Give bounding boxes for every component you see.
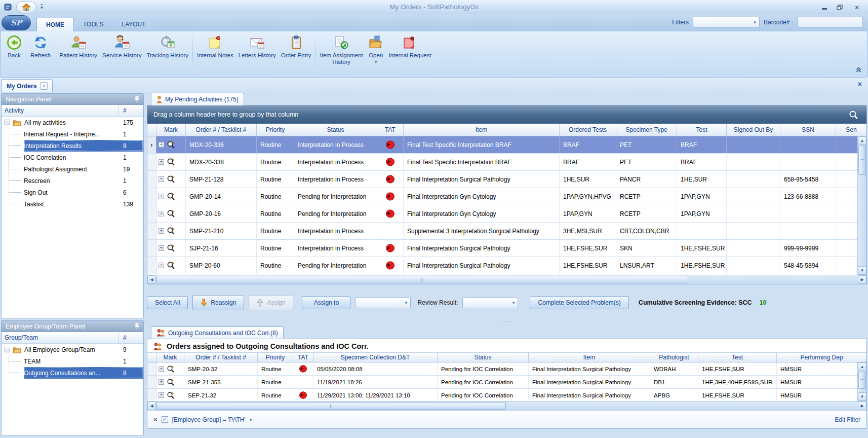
quick-access-customize-caret[interactable]: ▾ — [41, 4, 43, 10]
col-signed-out-by[interactable]: Signed Out By — [727, 124, 780, 136]
open-dropdown-caret[interactable]: ▾ — [375, 59, 377, 65]
col-mark[interactable]: Mark — [156, 353, 184, 362]
col-pathologist[interactable]: Pathologist — [650, 353, 698, 362]
review-result-combobox[interactable]: ▾ — [462, 298, 518, 308]
filters-combobox[interactable]: ▾ — [693, 17, 760, 27]
tree-item-rescreen[interactable]: Rescreen 1 — [24, 175, 143, 187]
ribbon-collapse-chevron-icon[interactable] — [855, 66, 862, 73]
col-item[interactable]: Item — [404, 124, 560, 136]
collapse-icon[interactable]: − — [5, 347, 10, 352]
tree-item-tasklist[interactable]: Tasklist 139 — [24, 198, 143, 210]
expand-icon[interactable]: + — [159, 211, 164, 216]
tab-row-close-icon[interactable]: × — [858, 80, 862, 88]
col-specimen-collection[interactable]: Specimen Collection D&T — [313, 353, 438, 362]
expand-icon[interactable]: + — [159, 245, 164, 251]
item-assignment-history-button[interactable]: Item Assignment History — [317, 34, 366, 66]
letters-history-button[interactable]: Letters History — [236, 34, 279, 60]
tab-my-pending-activities[interactable]: My Pending Activities (175) — [151, 93, 244, 105]
open-button[interactable]: Open ▾ — [366, 34, 386, 66]
col-priority[interactable]: Priority — [258, 353, 293, 362]
pending-vertical-scrollbar[interactable]: ▲ ▼ — [857, 136, 866, 275]
mark-magnifier-icon[interactable] — [167, 391, 175, 399]
expand-icon[interactable]: + — [159, 392, 164, 398]
doc-tab-close-icon[interactable]: × — [40, 82, 48, 90]
order-entry-button[interactable]: Order Entry — [279, 34, 313, 60]
expand-icon[interactable]: + — [159, 379, 164, 385]
expand-icon[interactable]: + — [159, 366, 164, 372]
tab-tools[interactable]: TOOLS — [74, 18, 112, 31]
scrollbar-thumb[interactable] — [156, 276, 688, 283]
scrollbar-thumb[interactable] — [156, 402, 506, 410]
scroll-up-icon[interactable]: ▲ — [858, 362, 866, 371]
col-ordered-tests[interactable]: Ordered Tests — [560, 124, 616, 136]
col-status[interactable]: Status — [438, 353, 529, 362]
complete-selected-problems-button[interactable]: Complete Selected Problem(s) — [530, 296, 628, 309]
tree-item-ioc-correlation[interactable]: IOC Correlation 1 — [24, 152, 143, 163]
tree-item-outgoing-consultations[interactable]: Outgoing Consultations an... 8 — [24, 367, 143, 379]
tree-item-pathologist-assignment[interactable]: Pathologist Assignment 19 — [24, 163, 143, 175]
scrollbar-thumb[interactable] — [858, 372, 866, 389]
tab-home[interactable]: HOME — [36, 18, 74, 31]
scroll-left-icon[interactable]: ◀ — [147, 275, 156, 284]
col-order[interactable]: Order # / Tasklist # — [184, 353, 258, 362]
tree-item-all-employee-groups[interactable]: − All Employee Group/Team 9 — [2, 344, 143, 355]
pending-row[interactable]: + GMP-20-14 Routine Pending for Interpre… — [147, 188, 866, 205]
col-priority[interactable]: Priority — [257, 124, 294, 136]
home-button[interactable] — [16, 1, 36, 13]
outgoing-row[interactable]: + SEP-21-32 Routine 11/29/2021 13:00; 11… — [147, 389, 866, 400]
pin-icon[interactable] — [135, 96, 139, 102]
back-button[interactable]: Back — [4, 34, 24, 60]
expand-icon[interactable]: + — [159, 263, 164, 268]
col-activity[interactable]: Activity — [2, 105, 119, 116]
expand-icon[interactable]: + — [159, 159, 164, 165]
col-tat[interactable]: TAT — [293, 353, 313, 362]
col-ssn[interactable]: SSN — [780, 124, 836, 136]
col-test[interactable]: Test — [677, 124, 727, 136]
col-performing-dep[interactable]: Performing Dep — [777, 353, 866, 362]
mark-magnifier-icon[interactable] — [167, 365, 175, 373]
outgoing-vertical-scrollbar[interactable]: ▲ ▼ — [857, 362, 866, 401]
chevron-down-icon[interactable]: ▾ — [751, 18, 759, 26]
col-order[interactable]: Order # / Tasklist # — [186, 124, 257, 136]
scroll-right-icon[interactable]: ▶ — [858, 275, 866, 284]
edit-filter-link[interactable]: Edit Filter — [835, 416, 860, 423]
pending-row[interactable]: + SMP-21-210 Routine Interpretation in P… — [147, 223, 866, 240]
pending-row[interactable]: + GMP-20-16 Routine Pending for Interpre… — [147, 205, 866, 223]
barcode-input[interactable] — [797, 17, 863, 27]
outgoing-row[interactable]: + SMP-21-355 Routine 11/19/2021 18:26 Pe… — [147, 376, 866, 389]
expand-icon[interactable]: + — [159, 176, 164, 182]
assign-to-button[interactable]: Assign to — [302, 296, 350, 309]
application-menu-button[interactable]: SP — [2, 15, 31, 30]
remove-filter-icon[interactable]: × — [153, 416, 157, 423]
filter-checkbox[interactable]: ✓ — [162, 416, 168, 423]
internal-request-button[interactable]: Internal Request — [386, 34, 433, 60]
expand-icon[interactable]: + — [159, 194, 164, 199]
col-item[interactable]: Item — [529, 353, 650, 362]
expand-icon[interactable]: + — [159, 142, 164, 148]
group-by-bar[interactable]: Drag a column header here to group by th… — [147, 105, 866, 124]
pending-row[interactable]: › + MDX-20-336 Routine Interpretation in… — [147, 136, 866, 154]
tree-item-interpretation-results[interactable]: Interpretation Results 8 — [24, 140, 143, 152]
select-all-button[interactable]: Select All — [147, 296, 188, 309]
minimize-button[interactable] — [820, 4, 828, 11]
expand-icon[interactable]: + — [159, 228, 164, 234]
col-count[interactable]: # — [119, 332, 143, 343]
restore-button[interactable] — [837, 5, 845, 10]
col-count[interactable]: # — [119, 105, 143, 116]
mark-magnifier-icon[interactable] — [167, 158, 175, 166]
scroll-up-icon[interactable]: ▲ — [858, 136, 866, 145]
pending-row[interactable]: + SMP-20-60 Routine Pending for Interpre… — [147, 257, 866, 274]
mark-magnifier-icon[interactable] — [167, 244, 175, 252]
pin-icon[interactable] — [135, 323, 139, 330]
mark-magnifier-icon[interactable] — [167, 192, 175, 201]
outgoing-horizontal-scrollbar[interactable]: ◀ ▶ — [147, 401, 866, 410]
mark-magnifier-icon[interactable] — [167, 209, 175, 218]
collapse-icon[interactable]: − — [5, 120, 10, 125]
scroll-left-icon[interactable]: ◀ — [147, 402, 156, 410]
mark-magnifier-icon[interactable] — [167, 175, 175, 184]
splitter-handle[interactable]: ···· — [147, 319, 867, 323]
filter-caret-icon[interactable]: ▾ — [250, 417, 252, 422]
patient-history-button[interactable]: Patient History — [57, 34, 100, 60]
scrollbar-thumb[interactable] — [858, 145, 866, 175]
mark-magnifier-icon[interactable] — [167, 378, 175, 386]
